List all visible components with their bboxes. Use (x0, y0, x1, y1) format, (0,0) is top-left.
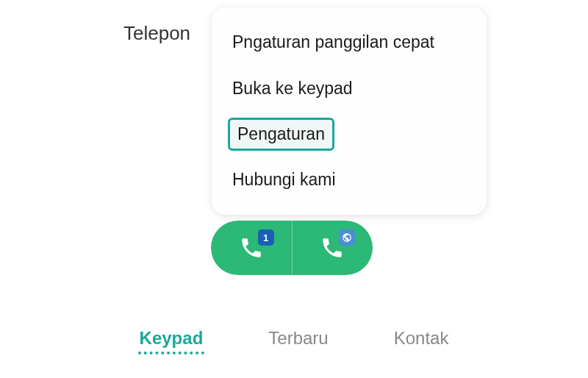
menu-item-speed-dial[interactable]: Pngaturan panggilan cepat (212, 19, 487, 65)
page-title: Telepon (123, 22, 190, 45)
bottom-tabs: Keypad Terbaru Kontak (0, 325, 588, 354)
menu-item-open-keypad[interactable]: Buka ke keypad (212, 65, 487, 112)
sim1-badge: 1 (258, 229, 274, 246)
globe-icon (342, 232, 352, 243)
call-button-sim2[interactable] (293, 221, 373, 275)
tab-keypad[interactable]: Keypad (138, 325, 205, 354)
menu-item-contact-us[interactable]: Hubungi kami (212, 157, 487, 203)
call-buttons-container: 1 (211, 221, 373, 275)
menu-item-settings[interactable]: Pengaturan (228, 118, 334, 151)
tab-recent[interactable]: Terbaru (267, 325, 329, 354)
options-menu: Pngaturan panggilan cepat Buka ke keypad… (212, 7, 487, 215)
call-button-sim1[interactable]: 1 (211, 221, 293, 275)
sim2-badge (339, 229, 355, 246)
tab-contacts[interactable]: Kontak (392, 325, 451, 354)
